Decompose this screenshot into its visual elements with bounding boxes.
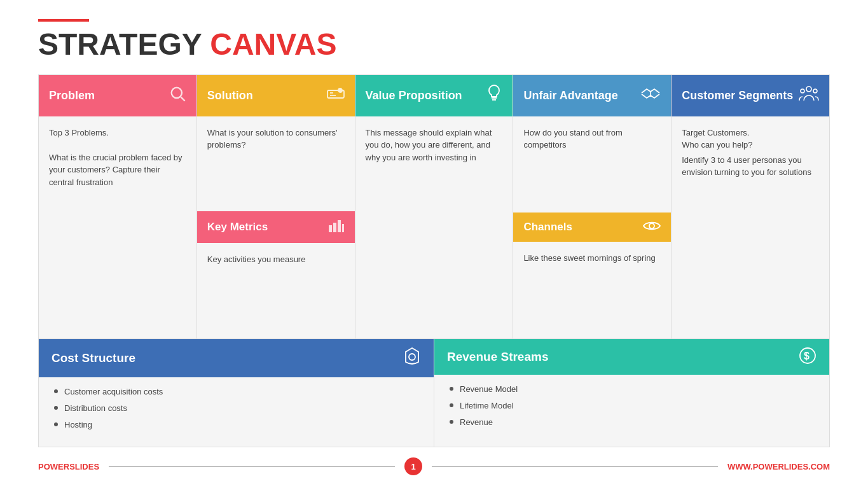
bullet-dot: [54, 422, 58, 426]
revenue-column: Revenue Streams $ Revenue Model: [434, 339, 829, 447]
bullet-dot: [450, 403, 453, 407]
header-accent-line: [38, 19, 89, 22]
svg-rect-9: [342, 224, 344, 232]
svg-point-14: [806, 87, 811, 92]
cost-item-1: Customer acquisition costs: [54, 386, 418, 398]
header: STRATEGY CANVAS: [38, 19, 830, 62]
problem-column: Problem Top 3 Problems. What is the cruc…: [39, 75, 197, 338]
revenue-item-3: Revenue: [450, 417, 814, 428]
svg-point-13: [649, 223, 654, 228]
revenue-item-text-2: Lifetime Model: [460, 400, 514, 412]
footer-line-right: [432, 466, 718, 467]
page-title: STRATEGY CANVAS: [38, 28, 830, 62]
unfair-text: How do you stand out from competitors: [513, 116, 671, 213]
solution-header: Solution: [197, 75, 355, 116]
revenue-item-text-1: Revenue Model: [460, 384, 518, 395]
bullet-dot: [54, 406, 58, 410]
channels-header: Channels: [513, 213, 671, 242]
revenue-header: Revenue Streams $: [434, 339, 829, 375]
website-url: WWW.POWERLIDES.COM: [727, 462, 830, 471]
value-header: Value Proposition: [355, 75, 513, 116]
cost-item-text-1: Customer acquisition costs: [64, 386, 163, 398]
customer-header: Customer Segments: [672, 75, 829, 116]
cost-item-3: Hosting: [54, 419, 418, 431]
unfair-title: Unfair Advantage: [523, 89, 617, 103]
problem-header: Problem: [39, 75, 196, 116]
eye-icon: [643, 220, 661, 234]
bottom-section: Cost Structure Customer acquisition cost…: [38, 339, 830, 447]
cost-column: Cost Structure Customer acquisition cost…: [39, 339, 434, 447]
brand-name: POWERSLIDES: [38, 462, 99, 471]
customer-body: Target Customers. Who can you help? Iden…: [672, 116, 829, 338]
svg-text:$: $: [804, 351, 809, 361]
key-metrics-title: Key Metrics: [207, 221, 268, 234]
problem-body: Top 3 Problems. What is the crucial prob…: [39, 116, 196, 338]
svg-rect-7: [333, 223, 336, 232]
problem-title: Problem: [49, 89, 95, 103]
customer-column: Customer Segments Target Customers: [672, 75, 829, 338]
svg-point-0: [171, 88, 181, 98]
title-red-part: CANVAS: [210, 27, 336, 61]
dollar-icon: $: [799, 347, 816, 367]
bar-chart-icon: [328, 219, 345, 235]
bullet-dot: [450, 387, 453, 391]
unfair-header: Unfair Advantage: [513, 75, 671, 116]
handshake-icon: [640, 85, 661, 106]
lightbulb-icon: [486, 84, 502, 107]
key-metrics-text: Key activities you measure: [197, 243, 355, 338]
cost-item-text-3: Hosting: [64, 419, 92, 431]
revenue-title: Revenue Streams: [447, 350, 548, 364]
revenue-item-2: Lifetime Model: [450, 400, 814, 412]
channels-text: Like these sweet mornings of spring: [513, 242, 671, 338]
value-column: Value Proposition This message should ex…: [355, 75, 514, 338]
cost-item-2: Distribution costs: [54, 403, 418, 414]
brand-red: SLIDES: [69, 462, 99, 471]
cost-item-text-2: Distribution costs: [64, 403, 127, 414]
customer-title: Customer Segments: [682, 89, 793, 103]
bullet-dot: [54, 389, 58, 393]
revenue-body: Revenue Model Lifetime Model Revenue: [434, 375, 829, 447]
unfair-column: Unfair Advantage How do you stand out fr…: [513, 75, 672, 338]
solution-icon: [327, 85, 345, 106]
cost-title: Cost Structure: [52, 351, 135, 365]
value-title: Value Proposition: [366, 89, 462, 103]
svg-rect-6: [329, 225, 332, 232]
svg-point-15: [801, 89, 804, 93]
page: STRATEGY CANVAS Problem: [0, 0, 868, 488]
channels-title: Channels: [523, 221, 572, 234]
revenue-item-text-3: Revenue: [460, 417, 493, 428]
key-metrics-header: Key Metrics: [197, 211, 355, 243]
svg-rect-8: [338, 220, 341, 232]
cost-body: Customer acquisition costs Distribution …: [39, 377, 434, 447]
svg-point-17: [409, 354, 415, 360]
footer-line-left: [109, 466, 395, 467]
title-dark-part: STRATEGY: [38, 27, 210, 61]
cost-header: Cost Structure: [39, 339, 434, 377]
svg-point-16: [813, 89, 817, 93]
unfair-body-container: How do you stand out from competitors Ch…: [513, 116, 671, 338]
search-icon: [169, 85, 186, 106]
brand-dark: POWER: [38, 462, 69, 471]
users-icon: [799, 85, 819, 106]
bullet-dot: [450, 420, 453, 424]
page-number: 1: [404, 457, 422, 475]
revenue-item-1: Revenue Model: [450, 384, 814, 395]
value-body: This message should explain what you do,…: [355, 116, 513, 338]
svg-point-5: [338, 88, 342, 92]
solution-column: Solution What is your solution to consum…: [197, 75, 355, 338]
solution-title: Solution: [207, 89, 253, 103]
svg-line-1: [181, 97, 184, 101]
top-section: Problem Top 3 Problems. What is the cruc…: [38, 74, 830, 339]
canvas-container: Problem Top 3 Problems. What is the cruc…: [38, 74, 830, 447]
problem-text: Top 3 Problems. What is the crucial prob…: [49, 127, 186, 189]
solution-text: What is your solution to consumers' prob…: [197, 116, 355, 212]
cost-icon: [403, 347, 421, 370]
footer: POWERSLIDES 1 WWW.POWERLIDES.COM: [38, 451, 830, 475]
solution-body-container: What is your solution to consumers' prob…: [197, 116, 355, 338]
